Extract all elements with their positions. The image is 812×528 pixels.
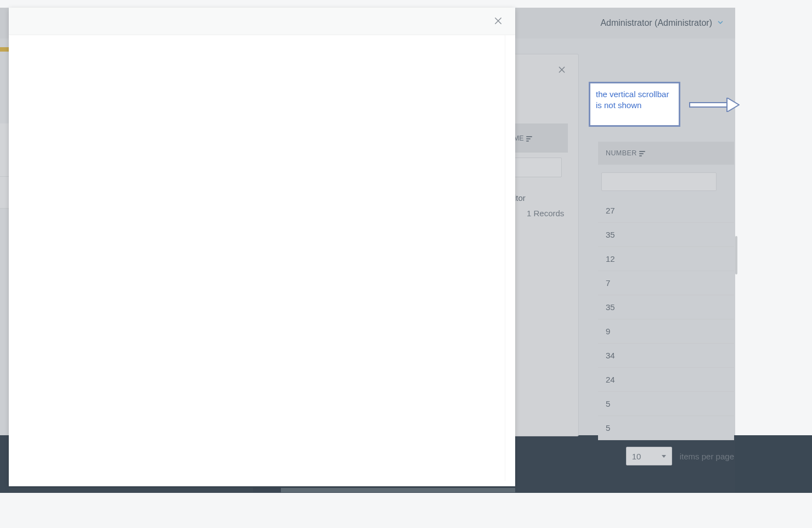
table-row[interactable]: 5 [598, 392, 734, 416]
scrollbar[interactable] [735, 236, 737, 274]
left-accent-bar [0, 47, 9, 52]
cell-value: 27 [606, 206, 615, 215]
sort-icon [526, 135, 533, 142]
foreground-modal [9, 8, 515, 486]
cell-value: 7 [606, 278, 610, 288]
close-icon[interactable] [493, 15, 503, 28]
annotation-callout: the vertical scrollbar is not shown [589, 82, 680, 127]
table-row[interactable]: 9 [598, 319, 734, 344]
cell-value: 9 [606, 327, 610, 336]
annotation-arrow-icon [689, 98, 740, 112]
cell-value: 24 [606, 375, 615, 384]
annotation-text: the vertical scrollbar is not shown [596, 89, 669, 110]
close-icon[interactable] [557, 65, 566, 76]
user-menu[interactable]: Administrator (Administrator) [600, 18, 724, 28]
left-content-edge [0, 123, 9, 209]
cell-value: 5 [606, 423, 610, 432]
table-row[interactable]: 24 [598, 368, 734, 392]
page-size-value: 10 [632, 452, 641, 461]
modal-bottom-shadow-left [9, 488, 253, 492]
right-table: NUMBER 27 35 12 7 35 9 34 24 5 5 10 item… [598, 142, 734, 465]
table-row[interactable]: 35 [598, 223, 734, 247]
sort-icon [639, 150, 646, 156]
cell-value: 35 [606, 230, 615, 239]
table-row[interactable]: 5 [598, 416, 734, 440]
table-row[interactable]: 27 [598, 199, 734, 223]
items-per-page-label: items per page [680, 452, 734, 461]
cell-value: 35 [606, 302, 615, 312]
cell-value: 34 [606, 351, 615, 360]
caret-down-icon [662, 455, 666, 458]
chevron-down-icon [717, 19, 724, 28]
right-filter-row [598, 165, 734, 199]
inner-scroll-area-edge [505, 35, 512, 481]
modal-bottom-shadow-right [281, 488, 515, 492]
table-row[interactable]: 35 [598, 295, 734, 319]
modal-body [9, 35, 515, 486]
table-row[interactable]: 7 [598, 271, 734, 295]
page-size-select[interactable]: 10 [626, 447, 672, 465]
modal-header [9, 8, 515, 35]
cell-value: 12 [606, 254, 615, 263]
svg-marker-3 [727, 98, 739, 112]
bg-table-cell: itor [514, 189, 526, 206]
right-column-header-label: NUMBER [606, 149, 637, 157]
table-row[interactable]: 12 [598, 247, 734, 271]
pagination-row: 10 items per page [598, 440, 734, 465]
table-row[interactable]: 34 [598, 344, 734, 368]
right-column-header[interactable]: NUMBER [598, 142, 734, 165]
right-filter-input[interactable] [601, 172, 717, 191]
records-count-label: 1 Records [527, 209, 564, 218]
svg-rect-2 [690, 103, 728, 107]
divider [0, 176, 9, 177]
cell-value: 5 [606, 399, 610, 408]
user-display-name: Administrator (Administrator) [600, 18, 712, 28]
